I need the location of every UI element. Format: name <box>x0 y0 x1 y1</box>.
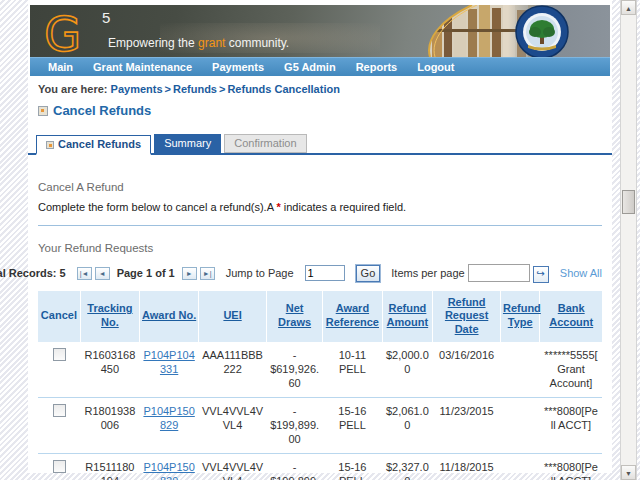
tab-label: Confirmation <box>234 135 296 152</box>
column-header[interactable]: Award No. <box>140 291 199 342</box>
net-draws-cell: -$199,899.00 <box>266 453 322 480</box>
cancel-checkbox[interactable] <box>53 404 66 417</box>
g5-logo-five: 5 <box>102 9 111 26</box>
nav-reports[interactable]: Reports <box>346 61 408 73</box>
refund-requests-table: CancelTracking No.Award No.UEINet DrawsA… <box>38 291 602 480</box>
pagination-bar: SelectAll/None Total Records: 5 |◄ ◄ Pag… <box>38 264 602 283</box>
bank-account-cell: ***8080[Pell ACCT] <box>540 397 602 453</box>
apply-arrow-icon: ↪ <box>537 268 545 279</box>
award-no-link[interactable]: P104P104331 <box>143 349 194 375</box>
column-header[interactable]: Refund Type <box>500 291 539 342</box>
first-page-button[interactable]: |◄ <box>77 267 92 280</box>
column-header-label: Net Draws <box>278 302 311 328</box>
prev-page-icon: ◄ <box>99 270 106 277</box>
uei-cell: AAA111BBB222 <box>199 342 267 397</box>
column-header-label: Cancel <box>41 309 77 321</box>
nav-grant-maintenance[interactable]: Grant Maintenance <box>83 61 202 73</box>
nav-payments[interactable]: Payments <box>202 61 274 73</box>
cancel-checkbox[interactable] <box>53 348 66 361</box>
instruction-before: Complete the form below to cancel a refu… <box>38 201 276 213</box>
breadcrumb-separator: > <box>163 83 173 95</box>
column-header[interactable]: Refund Amount <box>382 291 433 342</box>
scroll-up-icon: ▲ <box>625 5 632 12</box>
column-header-label: Refund Amount <box>387 302 429 328</box>
award-no-cell: P104P150829 <box>140 397 199 453</box>
column-header-label: Award Reference <box>326 302 379 328</box>
tagline: Empowering the grant community. <box>108 36 289 50</box>
jump-to-page-input[interactable] <box>305 265 345 281</box>
cancel-cell <box>38 397 80 453</box>
show-all-link[interactable]: Show All <box>560 267 602 279</box>
items-per-page-apply-button[interactable]: ↪ <box>533 266 549 283</box>
header-banner: G 5 Empowering the grant community. <box>30 5 610 57</box>
page-content: G 5 Empowering the grant community. <box>28 0 612 473</box>
refund-amount-cell: $2,061.00 <box>382 397 433 453</box>
net-draws-cell: -$619,926.60 <box>266 342 322 397</box>
column-header[interactable]: Bank Account <box>540 291 602 342</box>
instruction-text: Complete the form below to cancel a refu… <box>38 201 602 213</box>
doe-seal-icon <box>516 6 568 57</box>
items-per-page-group: Items per page ↪ <box>391 264 549 283</box>
next-page-icon: ► <box>186 270 193 277</box>
refund-request-date-cell: 11/18/2015 <box>433 453 501 480</box>
tracking-no-cell: R1511180194 <box>80 453 139 480</box>
refund-type-cell <box>500 453 539 480</box>
refund-type-cell <box>500 397 539 453</box>
table-row: R1801938006P104P150829VVL4VVL4VVL4-$199,… <box>38 397 602 453</box>
breadcrumb-refunds[interactable]: Refunds <box>173 83 217 95</box>
net-draws-cell: -$199,899.00 <box>266 397 322 453</box>
pagination-top-slot: SelectAll/None Total Records: 5 |◄ ◄ Pag… <box>38 264 602 283</box>
go-button[interactable]: Go <box>356 265 381 282</box>
refund-requests-title: Your Refund Requests <box>38 242 602 254</box>
column-header[interactable]: Award Reference <box>323 291 382 342</box>
divider <box>38 225 602 226</box>
nav-logout[interactable]: Logout <box>407 61 464 73</box>
column-header[interactable]: Net Draws <box>266 291 322 342</box>
items-per-page-label: Items per page <box>391 267 464 279</box>
refund-amount-cell: $2,327.00 <box>382 453 433 480</box>
award-reference-cell: 10-11 PELL <box>323 342 382 397</box>
refund-type-cell <box>500 342 539 397</box>
first-page-icon: |◄ <box>80 270 89 277</box>
column-header-label: Refund Type <box>503 302 541 328</box>
uei-cell: VVL4VVL4VVL4 <box>199 397 267 453</box>
uei-cell: VVL4VVL4VVL4 <box>199 453 267 480</box>
column-header-label: Refund Request Date <box>445 296 488 336</box>
breadcrumb-separator: > <box>217 83 227 95</box>
next-page-button[interactable]: ► <box>182 267 197 280</box>
breadcrumb-refunds-cancellation[interactable]: Refunds Cancellation <box>227 83 339 95</box>
cancel-refund-section: Cancel A Refund Complete the form below … <box>28 181 612 480</box>
scroll-up-button[interactable]: ▲ <box>621 0 636 15</box>
table-row: R1511180194P104P150829VVL4VVL4VVL4-$199,… <box>38 453 602 480</box>
tracking-no-cell: R1801938006 <box>80 397 139 453</box>
vertical-scrollbar[interactable]: ▲ ▼ <box>620 0 637 480</box>
tab-summary[interactable]: Summary <box>154 134 221 153</box>
tab-confirmation: Confirmation <box>224 134 306 153</box>
scroll-down-button[interactable]: ▼ <box>621 465 636 480</box>
column-header[interactable]: UEI <box>199 291 267 342</box>
tagline-prefix: Empowering the <box>108 36 198 50</box>
scrollbar-thumb[interactable] <box>622 190 635 214</box>
award-no-link[interactable]: P104P150829 <box>143 405 194 431</box>
tagline-suffix: community. <box>225 36 289 50</box>
items-per-page-input[interactable] <box>468 264 530 282</box>
tab-cancel-refunds[interactable]: Cancel Refunds <box>36 135 151 155</box>
column-header[interactable]: Tracking No. <box>80 291 139 342</box>
breadcrumb-payments[interactable]: Payments <box>111 83 163 95</box>
nav-g5-admin[interactable]: G5 Admin <box>274 61 346 73</box>
last-page-button[interactable]: ►| <box>200 267 215 280</box>
column-header-label: Tracking No. <box>87 302 132 328</box>
prev-page-button[interactable]: ◄ <box>95 267 110 280</box>
instruction-after: indicates a required field. <box>281 201 406 213</box>
cancel-checkbox[interactable] <box>53 460 66 473</box>
bank-account-cell: ******5555[Grant Account] <box>540 342 602 397</box>
g5-logo-icon: G <box>40 7 102 57</box>
refund-amount-cell: $2,000.00 <box>382 342 433 397</box>
g5-application-window: G 5 Empowering the grant community. <box>0 0 640 480</box>
column-header[interactable]: Refund Request Date <box>433 291 501 342</box>
award-no-link[interactable]: P104P150829 <box>143 461 194 480</box>
tab-label: Summary <box>164 135 211 152</box>
nav-main[interactable]: Main <box>38 61 83 73</box>
page-info: Page 1 of 1 <box>113 267 179 279</box>
scroll-down-icon: ▼ <box>625 470 632 477</box>
